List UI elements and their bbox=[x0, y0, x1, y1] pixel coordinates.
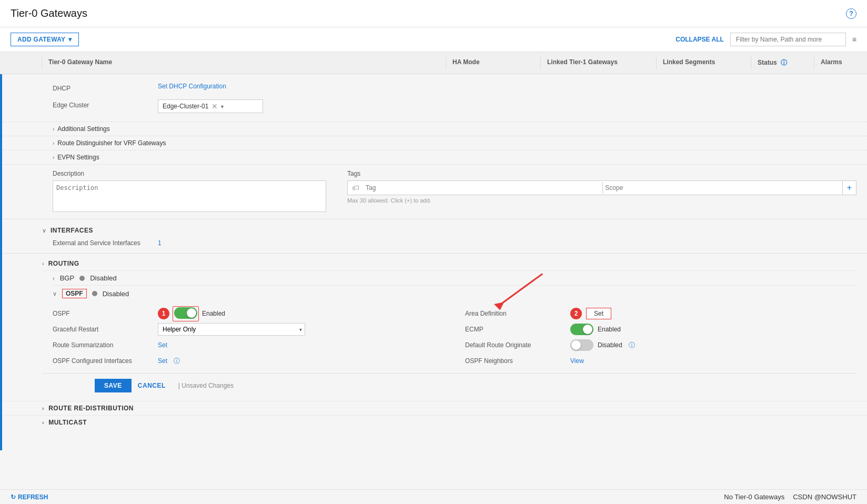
ecmp-toggle[interactable] bbox=[570, 324, 593, 335]
ospf-toggle-track[interactable] bbox=[174, 307, 197, 319]
default-route-value: Disabled ⓘ bbox=[570, 339, 635, 351]
ospf-neighbors-value: View bbox=[570, 357, 584, 365]
action-row: SAVE CANCEL | Unsaved Changes bbox=[42, 373, 856, 398]
area-definition-label: Area Definition bbox=[465, 310, 570, 317]
area-definition-set-button[interactable]: Set bbox=[586, 308, 611, 319]
th-status: Status ⓘ bbox=[751, 56, 814, 69]
chevron-right-icon: › bbox=[53, 155, 54, 160]
interfaces-section: ∨ INTERFACES External and Service Interf… bbox=[0, 219, 867, 253]
ecmp-value: Enabled bbox=[570, 324, 621, 335]
interfaces-header[interactable]: ∨ INTERFACES bbox=[42, 224, 856, 237]
multicast-toggle[interactable]: › MULTICAST bbox=[0, 415, 867, 429]
default-route-toggle[interactable] bbox=[570, 339, 593, 351]
ecmp-state: Enabled bbox=[598, 326, 621, 333]
route-distinguisher-label: Route Distinguisher for VRF Gateways bbox=[57, 139, 166, 147]
ospf-toggle-wrapper: 1 Enabled bbox=[158, 306, 225, 321]
page-title: Tier-0 Gateways bbox=[11, 7, 87, 19]
ospf-neighbors-label: OSPF Neighbors bbox=[465, 357, 570, 365]
dhcp-value: Set DHCP Configuration bbox=[158, 83, 856, 90]
save-button[interactable]: SAVE bbox=[95, 379, 132, 392]
page-header: Tier-0 Gateways ? bbox=[0, 0, 867, 27]
route-redistribution-label: ROUTE RE-DISTRIBUTION bbox=[48, 405, 134, 412]
svg-marker-1 bbox=[494, 302, 504, 310]
tags-hint: Max 30 allowed. Click (+) to add. bbox=[347, 197, 856, 204]
ospf-toggle-outlined[interactable] bbox=[173, 306, 199, 321]
tag-input-row: 🏷 + bbox=[347, 180, 856, 195]
description-area: Description bbox=[53, 170, 326, 214]
scope-input[interactable] bbox=[602, 182, 842, 194]
set-dhcp-link[interactable]: Set DHCP Configuration bbox=[158, 83, 226, 90]
add-gateway-label: ADD GATEWAY bbox=[17, 36, 65, 43]
ecmp-toggle-track[interactable] bbox=[570, 324, 593, 335]
add-gateway-button[interactable]: ADD GATEWAY ▾ bbox=[11, 33, 79, 46]
filter-lines-icon: ≡ bbox=[852, 35, 856, 44]
filter-input[interactable] bbox=[730, 33, 846, 46]
ospf-label-box[interactable]: OSPF bbox=[62, 289, 87, 298]
chevron-right-icon: › bbox=[42, 419, 44, 426]
refresh-icon: ↻ bbox=[11, 493, 16, 495]
unsaved-changes-message: | Unsaved Changes bbox=[178, 382, 234, 389]
interfaces-label: INTERFACES bbox=[51, 227, 93, 234]
graceful-restart-select[interactable]: Helper Only bbox=[158, 323, 305, 336]
ospf-row: ∨ OSPF Disabled OSPF bbox=[42, 285, 856, 373]
bottom-bar: ↻ REFRESH No Tier-0 Gateways CSDN @NOWSH… bbox=[0, 489, 867, 494]
info-icon[interactable]: ⓘ bbox=[174, 357, 180, 366]
badge-circle-2: 2 bbox=[570, 308, 582, 319]
evpn-settings-toggle[interactable]: › EVPN Settings bbox=[0, 150, 867, 164]
collapse-all-button[interactable]: COLLAPSE ALL bbox=[676, 36, 724, 43]
route-summarization-link[interactable]: Set bbox=[158, 341, 167, 349]
clear-icon[interactable]: ✕ bbox=[211, 102, 218, 110]
ospf-configured-row: OSPF Configured Interfaces Set ⓘ bbox=[53, 353, 444, 369]
area-definition-row: Area Definition 2 Set bbox=[465, 306, 856, 321]
route-distinguisher-toggle[interactable]: › Route Distinguisher for VRF Gateways bbox=[0, 136, 867, 150]
table-header: Tier-0 Gateway Name HA Mode Linked Tier-… bbox=[0, 52, 867, 74]
bgp-row[interactable]: › BGP Disabled bbox=[42, 270, 856, 285]
route-summarization-label: Route Summarization bbox=[53, 341, 158, 349]
refresh-button[interactable]: ↻ REFRESH bbox=[11, 493, 48, 495]
ext-service-value[interactable]: 1 bbox=[158, 239, 162, 247]
route-redistribution-toggle[interactable]: › ROUTE RE-DISTRIBUTION bbox=[0, 401, 867, 415]
ospf-header[interactable]: ∨ OSPF Disabled bbox=[53, 285, 856, 301]
ospf-configured-link[interactable]: Set bbox=[158, 357, 167, 365]
routing-label: ROUTING bbox=[48, 260, 79, 267]
edge-cluster-select[interactable]: Edge-Cluster-01 ✕ ▾ bbox=[158, 99, 263, 113]
ospf-neighbors-row: OSPF Neighbors View bbox=[465, 353, 856, 369]
dhcp-label: DHCP bbox=[53, 83, 158, 92]
tag-icon: 🏷 bbox=[348, 182, 364, 194]
route-summarization-row: Route Summarization Set bbox=[53, 337, 444, 353]
tag-input[interactable] bbox=[364, 182, 602, 194]
default-route-toggle-thumb bbox=[571, 340, 581, 350]
chevron-down-icon: ∨ bbox=[42, 227, 46, 234]
dhcp-section: DHCP Set DHCP Configuration Edge Cluster… bbox=[0, 74, 867, 122]
status-info-icon[interactable]: ⓘ bbox=[781, 59, 787, 66]
multicast-label: MULTICAST bbox=[48, 419, 87, 426]
tag-add-button[interactable]: + bbox=[842, 181, 856, 195]
routing-header[interactable]: › ROUTING bbox=[42, 257, 856, 270]
default-route-toggle-track[interactable] bbox=[570, 339, 593, 351]
ospf-neighbors-link[interactable]: View bbox=[570, 357, 584, 365]
edge-cluster-text: Edge-Cluster-01 bbox=[163, 103, 208, 110]
cancel-button[interactable]: CANCEL bbox=[138, 382, 166, 389]
graceful-select-wrapper: Helper Only bbox=[158, 323, 305, 336]
additional-settings-label: Additional Settings bbox=[57, 125, 109, 133]
toolbar-right: COLLAPSE ALL ≡ bbox=[676, 33, 856, 46]
bgp-label: BGP bbox=[60, 274, 74, 282]
ospf-status-text: Disabled bbox=[103, 290, 129, 298]
default-route-info-icon[interactable]: ⓘ bbox=[629, 341, 635, 350]
ospf-configured-value: Set ⓘ bbox=[158, 357, 180, 366]
graceful-restart-value: Helper Only bbox=[158, 323, 305, 336]
credit-text: CSDN @NOWSHUT bbox=[793, 493, 856, 494]
help-icon[interactable]: ? bbox=[846, 8, 856, 19]
bgp-status-text: Disabled bbox=[90, 274, 117, 282]
description-textarea[interactable] bbox=[53, 180, 326, 212]
edge-cluster-value: Edge-Cluster-01 ✕ ▾ bbox=[158, 99, 856, 113]
ext-service-row: External and Service Interfaces 1 bbox=[53, 239, 856, 247]
route-summarization-value: Set bbox=[158, 341, 167, 349]
additional-settings-toggle[interactable]: › Additional Settings bbox=[0, 122, 867, 136]
th-linked-gateways: Linked Tier-1 Gateways bbox=[541, 56, 657, 69]
ospf-toggle-switch[interactable] bbox=[174, 307, 197, 319]
chevron-right-icon: › bbox=[42, 405, 44, 411]
evpn-settings-label: EVPN Settings bbox=[57, 154, 99, 161]
th-gateway-name: Tier-0 Gateway Name bbox=[42, 56, 446, 69]
bottom-spacer bbox=[0, 429, 867, 450]
